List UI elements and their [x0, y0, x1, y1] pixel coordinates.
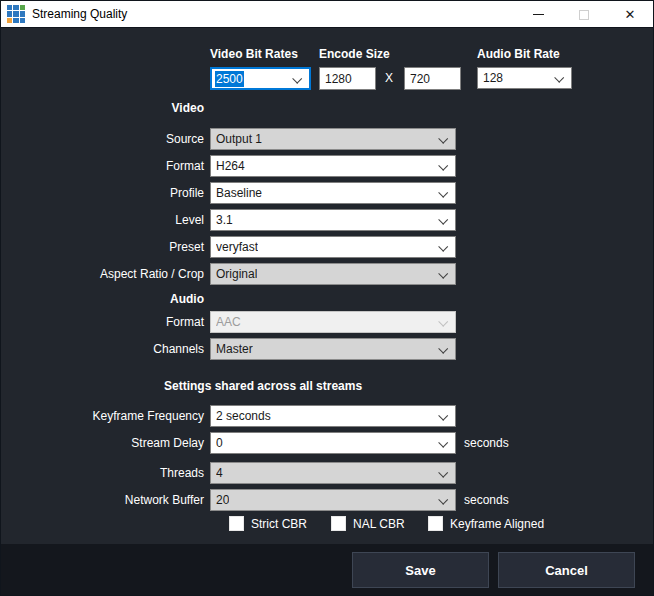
chevron-down-icon: [438, 495, 448, 505]
network-buffer-label: Network Buffer: [1, 493, 204, 507]
level-value: 3.1: [216, 213, 233, 227]
audio-format-combobox: AAC: [210, 311, 456, 333]
audio-bit-rate-label: Audio Bit Rate: [477, 47, 560, 61]
chevron-down-icon: [438, 215, 448, 225]
nal-cbr-checkbox[interactable]: [331, 516, 346, 531]
maximize-button: [561, 1, 607, 28]
video-bit-rate-value: 2500: [215, 71, 244, 87]
threads-label: Threads: [1, 466, 204, 480]
streaming-quality-dialog: Streaming Quality ✕ Video Bit Rates 2500…: [0, 0, 654, 596]
stream-delay-label: Stream Delay: [1, 436, 204, 450]
audio-bit-rate-combobox[interactable]: 128: [477, 67, 572, 89]
window-title: Streaming Quality: [32, 7, 127, 21]
profile-value: Baseline: [216, 186, 262, 200]
titlebar[interactable]: Streaming Quality ✕: [1, 1, 653, 28]
encode-size-label: Encode Size: [319, 47, 390, 61]
encode-height-input[interactable]: [404, 67, 461, 90]
preset-value: veryfast: [216, 240, 258, 254]
network-buffer-combobox[interactable]: 20: [210, 489, 456, 511]
chevron-down-icon: [438, 344, 448, 354]
audio-format-label: Format: [1, 315, 204, 329]
level-combobox[interactable]: 3.1: [210, 209, 456, 231]
cancel-button[interactable]: Cancel: [498, 552, 635, 588]
footer-bar: Save Cancel: [1, 544, 653, 595]
keyframe-frequency-value: 2 seconds: [216, 409, 271, 423]
close-button[interactable]: ✕: [607, 1, 653, 28]
chevron-down-icon: [292, 74, 302, 84]
video-bit-rates-label: Video Bit Rates: [210, 47, 298, 61]
chevron-down-icon: [438, 468, 448, 478]
aspect-ratio-crop-value: Original: [216, 267, 257, 281]
format-label: Format: [1, 159, 204, 173]
audio-bit-rate-value: 128: [483, 71, 503, 85]
stream-delay-combobox[interactable]: 0: [210, 432, 456, 454]
encode-size-separator: X: [385, 71, 393, 85]
close-icon: ✕: [625, 8, 636, 21]
network-buffer-suffix: seconds: [464, 493, 509, 507]
save-button[interactable]: Save: [352, 552, 489, 588]
chevron-down-icon: [438, 188, 448, 198]
chevron-down-icon: [438, 161, 448, 171]
level-label: Level: [1, 213, 204, 227]
threads-combobox[interactable]: 4: [210, 462, 456, 484]
stream-delay-suffix: seconds: [464, 436, 509, 450]
chevron-down-icon: [438, 269, 448, 279]
profile-combobox[interactable]: Baseline: [210, 182, 456, 204]
chevron-down-icon: [438, 317, 448, 327]
minimize-button[interactable]: [515, 1, 561, 28]
keyframe-aligned-checkbox[interactable]: [428, 516, 443, 531]
channels-label: Channels: [1, 342, 204, 356]
profile-label: Profile: [1, 186, 204, 200]
maximize-icon: [579, 10, 589, 20]
chevron-down-icon: [438, 134, 448, 144]
chevron-down-icon: [554, 73, 564, 83]
audio-section-heading: Audio: [1, 292, 204, 306]
channels-combobox[interactable]: Master: [210, 338, 456, 360]
format-value: H264: [216, 159, 245, 173]
preset-combobox[interactable]: veryfast: [210, 236, 456, 258]
strict-cbr-checkbox[interactable]: [229, 516, 244, 531]
shared-settings-heading: Settings shared across all streams: [164, 379, 362, 393]
encode-width-input[interactable]: [319, 67, 376, 90]
video-bit-rate-combobox[interactable]: 2500: [210, 67, 311, 90]
format-combobox[interactable]: H264: [210, 155, 456, 177]
minimize-icon: [533, 14, 544, 15]
source-combobox[interactable]: Output 1: [210, 128, 456, 150]
source-value: Output 1: [216, 132, 262, 146]
aspect-ratio-crop-label: Aspect Ratio / Crop: [1, 267, 204, 281]
channels-value: Master: [216, 342, 253, 356]
video-section-heading: Video: [1, 101, 204, 115]
chevron-down-icon: [438, 242, 448, 252]
chevron-down-icon: [438, 438, 448, 448]
network-buffer-value: 20: [216, 493, 229, 507]
aspect-ratio-crop-combobox[interactable]: Original: [210, 263, 456, 285]
keyframe-aligned-label: Keyframe Aligned: [450, 517, 544, 531]
keyframe-frequency-combobox[interactable]: 2 seconds: [210, 405, 456, 427]
strict-cbr-label: Strict CBR: [251, 517, 307, 531]
nal-cbr-label: NAL CBR: [353, 517, 405, 531]
stream-delay-value: 0: [216, 436, 223, 450]
preset-label: Preset: [1, 240, 204, 254]
source-label: Source: [1, 132, 204, 146]
app-logo-icon: [7, 5, 25, 23]
keyframe-frequency-label: Keyframe Frequency: [1, 409, 204, 423]
audio-format-value: AAC: [216, 315, 241, 329]
threads-value: 4: [216, 466, 223, 480]
chevron-down-icon: [438, 411, 448, 421]
